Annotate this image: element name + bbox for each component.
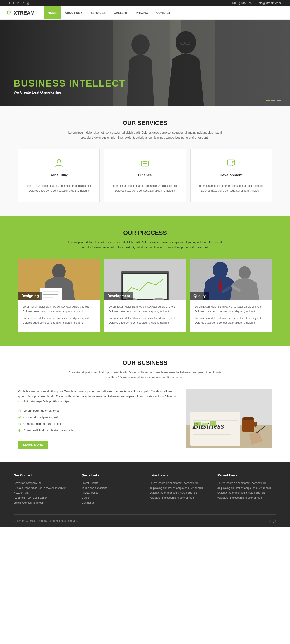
footer-contact-heading: Our Contact — [13, 474, 72, 477]
footer-posts-text: Lorem ipsum dolor sit amet, consectetur … — [150, 481, 208, 500]
finance-text: Lorem ipsum dolor sit amet, consectetur … — [111, 184, 179, 193]
development-text2: Lorem ipsum dolor sit amet, consectetur … — [109, 316, 181, 325]
list-text-2: consectetur adipisicing elit — [23, 416, 58, 419]
footer-twitter[interactable]: t — [266, 519, 267, 523]
service-card-development: + Development Lorem ipsum dolor sit amet… — [190, 149, 272, 202]
footer-address: IC Main Road Near Sdnile tower Pin-21542… — [13, 486, 72, 496]
hero-carousel-dots[interactable] — [266, 100, 281, 101]
svg-point-38 — [239, 266, 251, 279]
facebook-icon[interactable]: f — [9, 1, 10, 5]
designing-label: Designing — [18, 292, 42, 300]
nav-services[interactable]: SERVICES — [86, 6, 110, 20]
business-list: ⊙ Lorem ipsum dolor sit amet ⊙ consectet… — [18, 408, 177, 432]
list-text-3: Curabitur aliquet quam id dui — [23, 422, 61, 426]
hero-dot-2[interactable] — [272, 100, 276, 101]
nav-pricing[interactable]: PRICING — [132, 6, 152, 20]
finance-icon — [111, 158, 179, 170]
business-section: OUR BUSINESS Curabitur aliquet quam id d… — [0, 346, 290, 462]
footer-googleplus[interactable]: g+ — [273, 519, 277, 523]
hero-dot-3[interactable] — [277, 100, 281, 101]
footer-news-heading: Recent News — [218, 474, 277, 477]
footer-social[interactable]: f t p g+ — [262, 519, 277, 523]
nav-about[interactable]: ABOUT US ▾ — [61, 6, 87, 20]
development-label: Development — [104, 292, 133, 300]
svg-rect-24 — [40, 288, 62, 300]
process-card-quality: Quality Lorem ipsum dolor sit amet, cons… — [190, 259, 272, 332]
svg-rect-50 — [210, 422, 216, 426]
footer-pinterest[interactable]: p — [269, 519, 271, 523]
footer-facebook[interactable]: f — [262, 519, 263, 523]
logo-text: XTREAM — [13, 10, 35, 16]
footer-link-career[interactable]: Career — [82, 496, 140, 500]
hero-subtitle: We Create Best Opportunities — [13, 90, 125, 94]
process-section: OUR PROCESS Lorem ipsum dolor sit amet, … — [0, 216, 290, 346]
svg-rect-51 — [243, 418, 254, 432]
list-check-icon-3: ⊙ — [18, 422, 21, 426]
footer-email: email@domainname.com — [13, 500, 72, 506]
footer: Our Contact Bootstrap company Inc IC Mai… — [0, 462, 290, 527]
development-text: Lorem ipsum dolor sit amet, consectetur … — [197, 184, 265, 193]
finance-divider — [140, 180, 150, 180]
svg-point-9 — [57, 159, 61, 163]
svg-point-23 — [52, 264, 66, 279]
footer-link-terms[interactable]: Terms and conditions — [82, 486, 140, 491]
main-nav: ⟳ XTREAM HOME ABOUT US ▾ SERVICES GALLER… — [0, 6, 290, 20]
consulting-name: Consulting — [25, 173, 93, 177]
consulting-icon — [25, 158, 93, 170]
logo-link[interactable]: ⟳ XTREAM — [7, 9, 35, 16]
business-list-item-2: ⊙ consectetur adipisicing elit — [18, 415, 177, 419]
process-description: Lorem ipsum dolor sit amet, consectetur … — [66, 240, 224, 250]
twitter-icon[interactable]: t — [13, 1, 14, 5]
svg-rect-53 — [254, 422, 257, 426]
business-inner: Grids is a responsive Multipurpose Templ… — [18, 389, 272, 448]
consulting-divider — [54, 180, 63, 180]
top-bar: f t in p g+ +(012) 345 6789 info@xtream.… — [0, 0, 290, 6]
footer-company: Bootstrap company Inc — [13, 481, 72, 486]
footer-contact: Our Contact Bootstrap company Inc IC Mai… — [13, 474, 72, 505]
process-title-wrap: OUR PROCESS Lorem ipsum dolor sit amet, … — [18, 230, 272, 250]
footer-link-events[interactable]: Latest Events — [82, 481, 140, 486]
hero-dot-1[interactable] — [266, 100, 270, 101]
pinterest-icon[interactable]: p — [22, 1, 24, 5]
business-list-item-4: ⊙ Donec sollicitudin molestie malesuada. — [18, 428, 177, 432]
googleplus-icon[interactable]: g+ — [27, 1, 31, 5]
footer-quicklinks: Quick Links Latest Events Terms and cond… — [82, 474, 140, 505]
business-list-item-1: ⊙ Lorem ipsum dolor sit amet — [18, 408, 177, 413]
svg-rect-48 — [194, 422, 201, 426]
designing-text2: Lorem ipsum dolor sit amet, consectetur … — [23, 316, 95, 325]
development-name: Development — [197, 173, 265, 177]
development-icon: + — [197, 158, 265, 170]
services-description: Lorem ipsum dolor sit amet, consectetur … — [66, 130, 224, 140]
hero-section: BUSINESS INTELLECT We Create Best Opport… — [0, 20, 290, 106]
email-address: info@xtream.com — [258, 1, 281, 5]
quality-label: Quality — [190, 292, 209, 300]
development-divider — [227, 180, 236, 180]
footer-quicklinks-heading: Quick Links — [82, 474, 140, 477]
social-links[interactable]: f t in p g+ — [9, 1, 30, 5]
designing-text1: Lorem ipsum dolor sit amet, consectetur … — [23, 304, 95, 314]
nav-home[interactable]: HOME — [44, 6, 61, 20]
footer-link-privacy[interactable]: Privacy policy — [82, 490, 140, 496]
quality-text1: Lorem ipsum dolor sit amet, consectetur … — [195, 304, 267, 314]
quality-body: Lorem ipsum dolor sit amet, consectetur … — [190, 300, 272, 332]
finance-name: Finance — [111, 173, 179, 177]
list-text-1: Lorem ipsum dolor sit amet — [23, 409, 59, 412]
business-image: Business — [186, 389, 272, 448]
services-heading: OUR SERVICES — [18, 120, 272, 126]
footer-link-contact[interactable]: Contact us — [82, 500, 140, 506]
list-text-4: Donec sollicitudin molestie malesuada. — [23, 429, 74, 432]
footer-phone: (123) 456-789 - 1255 12584 — [13, 496, 72, 500]
nav-gallery[interactable]: GALLERY — [110, 6, 132, 20]
footer-grid: Our Contact Bootstrap company Inc IC Mai… — [13, 474, 277, 505]
nav-contact[interactable]: CONTACT — [152, 6, 175, 20]
footer-copyright: Copyright © 2018 Company name All rights… — [13, 519, 78, 522]
hero-content: BUSINESS INTELLECT We Create Best Opport… — [0, 72, 139, 106]
linkedin-icon[interactable]: in — [17, 1, 19, 5]
quality-text2: Lorem ipsum dolor sit amet, consectetur … — [195, 316, 267, 325]
business-list-item-3: ⊙ Curabitur aliquet quam id dui — [18, 422, 177, 426]
service-card-consulting: Consulting Lorem ipsum dolor sit amet, c… — [18, 149, 100, 202]
list-check-icon-1: ⊙ — [18, 408, 21, 413]
learn-more-button[interactable]: LEARN MORE — [18, 441, 48, 448]
svg-text:+: + — [229, 162, 230, 164]
phone-number: +(012) 345 6789 — [232, 1, 253, 5]
